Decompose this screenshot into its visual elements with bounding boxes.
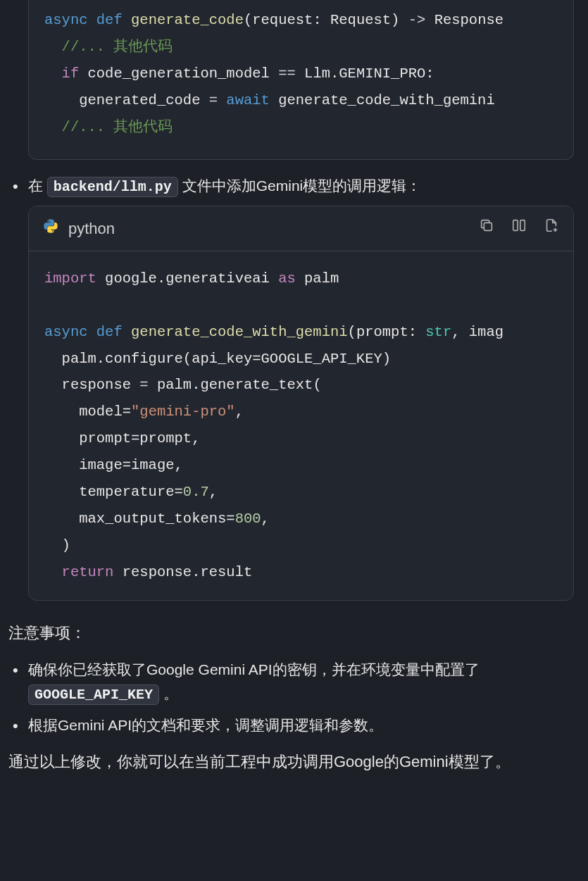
code-block-llm: python import google.generativeai as pal…: [28, 206, 574, 601]
list-item: 根据Gemini API的文档和要求，调整调用逻辑和参数。: [7, 713, 588, 737]
code-block-generate-code: async def generate_code(request: Request…: [28, 0, 574, 160]
text: 。: [159, 685, 178, 701]
svg-rect-1: [513, 220, 518, 231]
copy-icon[interactable]: [479, 216, 494, 240]
svg-rect-2: [520, 220, 525, 231]
closing-paragraph: 通过以上修改，你就可以在当前工程中成功调用Google的Gemini模型了。: [0, 744, 588, 780]
bullet-list: 在 backend/llm.py 文件中添加Gemini模型的调用逻辑：: [0, 174, 588, 199]
notes-list: 确保你已经获取了Google Gemini API的密钥，并在环境变量中配置了 …: [0, 658, 588, 737]
text: 根据Gemini API的文档和要求，调整调用逻辑和参数。: [28, 717, 383, 733]
svg-rect-0: [484, 223, 492, 231]
list-item: 确保你已经获取了Google Gemini API的密钥，并在环境变量中配置了 …: [7, 658, 588, 706]
notes-heading: 注意事项：: [0, 615, 588, 651]
language-text: python: [68, 216, 115, 241]
python-icon: [43, 216, 58, 241]
code-language-label: python: [43, 216, 115, 241]
list-item: 在 backend/llm.py 文件中添加Gemini模型的调用逻辑：: [7, 174, 588, 199]
text: 确保你已经获取了Google Gemini API的密钥，并在环境变量中配置了: [28, 661, 480, 677]
code-content: import google.generativeai as palm async…: [29, 251, 573, 600]
code-header: python: [29, 206, 573, 251]
new-file-icon[interactable]: [544, 216, 559, 240]
code-actions: [479, 216, 559, 240]
inline-code: GOOGLE_API_KEY: [28, 685, 159, 705]
code-content: async def generate_code(request: Request…: [29, 0, 573, 159]
text: 在: [28, 177, 47, 194]
inline-code-filepath: backend/llm.py: [47, 177, 178, 197]
text: 文件中添加Gemini模型的调用逻辑：: [182, 177, 422, 194]
insert-icon[interactable]: [511, 216, 527, 240]
